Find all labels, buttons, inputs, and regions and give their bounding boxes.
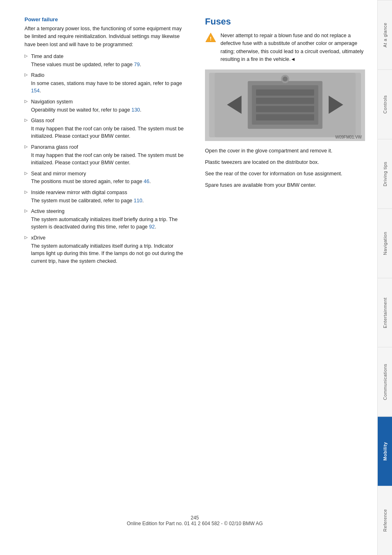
bullet-arrow-icon: ▷ <box>24 72 28 77</box>
bullet-arrow-icon: ▷ <box>24 208 28 213</box>
page-link[interactable]: 79 <box>134 62 140 67</box>
sidebar-item-entertainment[interactable]: Entertainment <box>378 278 392 347</box>
sidebar-item-controls[interactable]: Controls <box>378 69 392 139</box>
bullet-content: Seat and mirror memory The positions mus… <box>31 170 151 186</box>
item-title: xDrive <box>31 234 185 242</box>
list-item: ▷ Panorama glass roof It may happen that… <box>24 143 185 167</box>
list-item: ▷ Time and date These values must be upd… <box>24 53 185 68</box>
item-title: Radio <box>31 72 185 79</box>
fuse-box-svg <box>209 73 361 137</box>
item-desc: The system must be calibrated, refer to … <box>31 197 144 205</box>
page-link[interactable]: 154 <box>31 88 40 94</box>
sidebar-item-driving-tips[interactable]: Driving tips <box>378 139 392 208</box>
list-item: ▷ Navigation system Operability must be … <box>24 98 185 114</box>
bullet-content: Active steering The system automatically… <box>31 208 185 231</box>
page-link[interactable]: 110 <box>134 198 143 204</box>
item-desc: Operability must be waited for, refer to… <box>31 106 141 114</box>
bullet-arrow-icon: ▷ <box>24 99 28 103</box>
bullet-arrow-icon: ▷ <box>24 190 28 194</box>
item-title: Active steering <box>31 208 185 215</box>
page-footer: 245 Online Edition for Part no. 01 41 2 … <box>24 507 365 530</box>
item-title: Panorama glass roof <box>31 143 185 151</box>
intro-text: After a temporary power loss, the functi… <box>24 25 185 49</box>
right-column: Fuses ! Never attempt to repair a blown … <box>201 16 365 507</box>
bullet-list: ▷ Time and date These values must be upd… <box>24 53 185 265</box>
svg-rect-5 <box>256 90 314 96</box>
page-link[interactable]: 92 <box>149 224 155 230</box>
bullet-content: xDrive The system automatically initiali… <box>31 234 185 265</box>
item-desc: The positions must be stored again, refe… <box>31 178 151 186</box>
bullet-content: Panorama glass roof It may happen that t… <box>31 143 185 167</box>
bullet-arrow-icon: ▷ <box>24 54 28 58</box>
bullet-arrow-icon: ▷ <box>24 235 28 239</box>
sidebar-item-navigation[interactable]: Navigation <box>378 208 392 278</box>
bullet-content: Radio In some cases, stations may have t… <box>31 72 185 95</box>
page-number: 245 <box>191 515 199 521</box>
item-desc: These values must be updated, refer to p… <box>31 61 141 69</box>
item-title: Glass roof <box>31 117 185 125</box>
page-container: Power failure After a temporary power lo… <box>0 0 392 555</box>
bullet-content: Time and date These values must be updat… <box>31 53 141 68</box>
bullet-content: Navigation system Operability must be wa… <box>31 98 141 114</box>
item-desc: In some cases, stations may have to be s… <box>31 80 185 95</box>
bullet-content: Glass roof It may happen that the roof c… <box>31 117 185 140</box>
svg-text:!: ! <box>210 36 212 42</box>
fuses-title: Fuses <box>205 16 365 27</box>
sidebar-item-at-a-glance[interactable]: At a glance <box>378 0 392 69</box>
list-item: ▷ xDrive The system automatically initia… <box>24 234 185 265</box>
item-desc: It may happen that the roof can only be … <box>31 125 185 141</box>
sidebar-item-reference[interactable]: Reference <box>378 486 392 555</box>
page-link[interactable]: 46 <box>144 179 149 184</box>
power-failure-title: Power failure <box>24 16 185 22</box>
left-column: Power failure After a temporary power lo… <box>24 16 189 507</box>
fuses-para-1: Open the cover in the glove compartment … <box>205 147 365 155</box>
list-item: ▷ Glass roof It may happen that the roof… <box>24 117 185 140</box>
warning-text: Never attempt to repair a blown fuse and… <box>220 32 365 64</box>
svg-rect-7 <box>256 106 314 112</box>
item-desc: The system automatically initializes its… <box>31 216 185 231</box>
list-item: ▷ Inside rearview mirror with digital co… <box>24 189 185 204</box>
list-item: ▷ Radio In some cases, stations may have… <box>24 72 185 95</box>
fuses-para-2: Plastic tweezers are located on the dist… <box>205 158 365 166</box>
svg-rect-8 <box>256 114 314 121</box>
warning-box: ! Never attempt to repair a blown fuse a… <box>205 32 365 64</box>
item-title: Inside rearview mirror with digital comp… <box>31 189 144 197</box>
side-navigation: At a glance Controls Driving tips Naviga… <box>377 0 392 555</box>
item-title: Navigation system <box>31 98 141 106</box>
sidebar-item-mobility[interactable]: Mobility <box>378 416 392 486</box>
footer-text: Online Edition for Part no. 01 41 2 604 … <box>127 521 263 526</box>
sidebar-item-communications[interactable]: Communications <box>378 347 392 416</box>
item-title: Seat and mirror memory <box>31 170 151 178</box>
fuse-image: W09FM01.VW <box>205 69 365 141</box>
bullet-arrow-icon: ▷ <box>24 171 28 175</box>
item-desc: The system automatically initializes its… <box>31 242 185 265</box>
svg-point-12 <box>283 76 287 81</box>
warning-triangle-icon: ! <box>205 32 216 43</box>
fuses-para-3: See the rear of the cover for informatio… <box>205 170 365 178</box>
svg-rect-6 <box>256 98 314 104</box>
page-link[interactable]: 130 <box>131 107 140 113</box>
main-content: Power failure After a temporary power lo… <box>0 0 377 555</box>
item-desc: It may happen that the roof can only be … <box>31 152 185 167</box>
list-item: ▷ Seat and mirror memory The positions m… <box>24 170 185 186</box>
two-col-layout: Power failure After a temporary power lo… <box>24 16 365 507</box>
list-item: ▷ Active steering The system automatical… <box>24 208 185 231</box>
bullet-arrow-icon: ▷ <box>24 144 28 149</box>
fuses-para-4: Spare fuses are available from your BMW … <box>205 181 365 189</box>
item-title: Time and date <box>31 53 141 60</box>
image-caption: W09FM01.VW <box>335 135 362 139</box>
bullet-arrow-icon: ▷ <box>24 118 28 122</box>
bullet-content: Inside rearview mirror with digital comp… <box>31 189 144 204</box>
